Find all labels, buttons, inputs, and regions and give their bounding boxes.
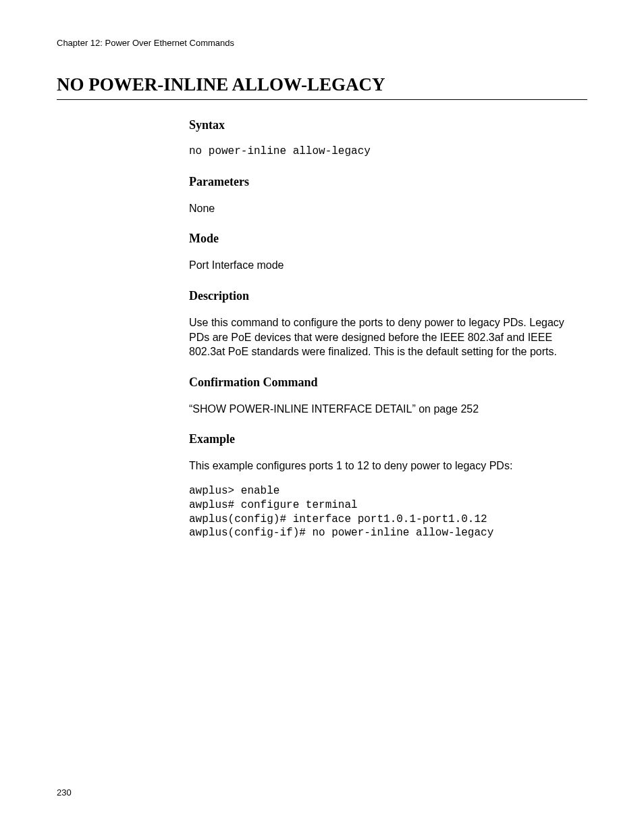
example-heading: Example <box>189 432 587 446</box>
title-container: NO POWER-INLINE ALLOW-LEGACY <box>57 74 587 100</box>
example-code: awplus> enable awplus# configure termina… <box>189 484 587 540</box>
syntax-heading: Syntax <box>189 118 587 132</box>
parameters-text: None <box>189 201 587 216</box>
command-title: NO POWER-INLINE ALLOW-LEGACY <box>57 74 587 100</box>
page-header: Chapter 12: Power Over Ethernet Commands <box>57 38 234 48</box>
description-text: Use this command to configure the ports … <box>189 315 587 359</box>
mode-text: Port Interface mode <box>189 258 587 273</box>
parameters-heading: Parameters <box>189 175 587 189</box>
description-heading: Description <box>189 289 587 303</box>
example-intro: This example configures ports 1 to 12 to… <box>189 459 587 473</box>
page-number: 230 <box>57 787 72 798</box>
confirmation-heading: Confirmation Command <box>189 375 587 390</box>
mode-heading: Mode <box>189 232 587 246</box>
confirmation-text: “SHOW POWER-INLINE INTERFACE DETAIL” on … <box>189 402 587 417</box>
syntax-code: no power-inline allow-legacy <box>189 145 587 159</box>
content-area: Syntax no power-inline allow-legacy Para… <box>189 118 587 540</box>
